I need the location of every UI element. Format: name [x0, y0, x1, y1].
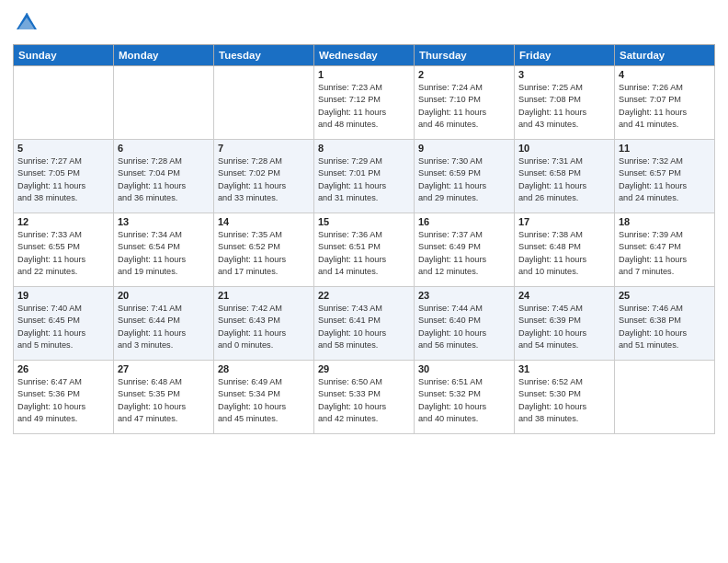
day-number: 24	[518, 290, 610, 301]
day-number: 9	[418, 143, 510, 154]
calendar-cell: 26Sunrise: 6:47 AM Sunset: 5:36 PM Dayli…	[14, 361, 114, 434]
calendar-cell	[214, 66, 314, 140]
day-number: 29	[318, 363, 410, 374]
calendar-cell: 19Sunrise: 7:40 AM Sunset: 6:45 PM Dayli…	[14, 287, 114, 361]
day-info: Sunrise: 7:39 AM Sunset: 6:47 PM Dayligh…	[619, 229, 711, 278]
calendar-cell: 10Sunrise: 7:31 AM Sunset: 6:58 PM Dayli…	[515, 140, 615, 213]
day-number: 8	[318, 143, 410, 154]
day-info: Sunrise: 7:44 AM Sunset: 6:40 PM Dayligh…	[418, 303, 510, 351]
day-info: Sunrise: 7:30 AM Sunset: 6:59 PM Dayligh…	[418, 155, 510, 204]
day-info: Sunrise: 7:45 AM Sunset: 6:39 PM Dayligh…	[518, 303, 610, 351]
calendar-cell: 13Sunrise: 7:34 AM Sunset: 6:54 PM Dayli…	[114, 213, 214, 287]
day-number: 7	[218, 143, 310, 154]
day-info: Sunrise: 7:37 AM Sunset: 6:49 PM Dayligh…	[418, 229, 510, 278]
day-number: 25	[619, 290, 711, 301]
day-number: 30	[418, 363, 510, 374]
day-info: Sunrise: 7:33 AM Sunset: 6:55 PM Dayligh…	[17, 229, 109, 278]
calendar-cell: 4Sunrise: 7:26 AM Sunset: 7:07 PM Daylig…	[615, 66, 715, 140]
day-info: Sunrise: 7:32 AM Sunset: 6:57 PM Dayligh…	[619, 155, 711, 204]
weekday-header-tuesday: Tuesday	[214, 45, 314, 66]
calendar-cell: 29Sunrise: 6:50 AM Sunset: 5:33 PM Dayli…	[314, 361, 415, 434]
weekday-header-row: SundayMondayTuesdayWednesdayThursdayFrid…	[14, 45, 715, 66]
day-info: Sunrise: 6:50 AM Sunset: 5:33 PM Dayligh…	[318, 376, 410, 425]
calendar-cell	[615, 361, 715, 434]
calendar-cell: 25Sunrise: 7:46 AM Sunset: 6:38 PM Dayli…	[615, 287, 715, 361]
day-number: 15	[318, 216, 410, 227]
weekday-header-friday: Friday	[515, 45, 615, 66]
day-number: 23	[418, 290, 510, 301]
day-number: 13	[118, 216, 210, 227]
day-info: Sunrise: 7:23 AM Sunset: 7:12 PM Dayligh…	[318, 82, 410, 131]
calendar-cell: 15Sunrise: 7:36 AM Sunset: 6:51 PM Dayli…	[314, 213, 415, 287]
calendar-cell: 11Sunrise: 7:32 AM Sunset: 6:57 PM Dayli…	[615, 140, 715, 213]
calendar-cell: 20Sunrise: 7:41 AM Sunset: 6:44 PM Dayli…	[114, 287, 214, 361]
calendar-cell: 27Sunrise: 6:48 AM Sunset: 5:35 PM Dayli…	[114, 361, 214, 434]
calendar-week-row: 5Sunrise: 7:27 AM Sunset: 7:05 PM Daylig…	[14, 140, 715, 213]
day-number: 6	[118, 143, 210, 154]
calendar-cell: 7Sunrise: 7:28 AM Sunset: 7:02 PM Daylig…	[214, 140, 314, 213]
calendar-cell: 14Sunrise: 7:35 AM Sunset: 6:52 PM Dayli…	[214, 213, 314, 287]
day-info: Sunrise: 6:48 AM Sunset: 5:35 PM Dayligh…	[118, 376, 210, 425]
day-number: 31	[518, 363, 610, 374]
calendar-cell: 16Sunrise: 7:37 AM Sunset: 6:49 PM Dayli…	[415, 213, 515, 287]
calendar-cell	[14, 66, 114, 140]
day-number: 5	[17, 143, 109, 154]
day-info: Sunrise: 6:47 AM Sunset: 5:36 PM Dayligh…	[17, 376, 109, 425]
day-number: 22	[318, 290, 410, 301]
calendar-week-row: 19Sunrise: 7:40 AM Sunset: 6:45 PM Dayli…	[14, 287, 715, 361]
calendar-cell: 12Sunrise: 7:33 AM Sunset: 6:55 PM Dayli…	[14, 213, 114, 287]
calendar-week-row: 12Sunrise: 7:33 AM Sunset: 6:55 PM Dayli…	[14, 213, 715, 287]
day-info: Sunrise: 7:34 AM Sunset: 6:54 PM Dayligh…	[118, 229, 210, 278]
day-info: Sunrise: 6:49 AM Sunset: 5:34 PM Dayligh…	[218, 376, 310, 425]
day-info: Sunrise: 7:28 AM Sunset: 7:04 PM Dayligh…	[118, 155, 210, 204]
day-info: Sunrise: 6:51 AM Sunset: 5:32 PM Dayligh…	[418, 376, 510, 425]
day-number: 1	[318, 69, 410, 80]
day-number: 20	[118, 290, 210, 301]
calendar-cell: 2Sunrise: 7:24 AM Sunset: 7:10 PM Daylig…	[415, 66, 515, 140]
day-info: Sunrise: 7:36 AM Sunset: 6:51 PM Dayligh…	[318, 229, 410, 278]
day-number: 21	[218, 290, 310, 301]
day-number: 19	[17, 290, 109, 301]
calendar-cell: 9Sunrise: 7:30 AM Sunset: 6:59 PM Daylig…	[415, 140, 515, 213]
day-info: Sunrise: 7:46 AM Sunset: 6:38 PM Dayligh…	[619, 303, 711, 351]
calendar-cell: 23Sunrise: 7:44 AM Sunset: 6:40 PM Dayli…	[415, 287, 515, 361]
calendar-cell: 30Sunrise: 6:51 AM Sunset: 5:32 PM Dayli…	[415, 361, 515, 434]
logo	[13, 9, 44, 37]
day-number: 11	[619, 143, 711, 154]
calendar-cell: 5Sunrise: 7:27 AM Sunset: 7:05 PM Daylig…	[14, 140, 114, 213]
header	[13, 9, 715, 37]
day-number: 12	[17, 216, 109, 227]
day-info: Sunrise: 6:52 AM Sunset: 5:30 PM Dayligh…	[518, 376, 610, 425]
day-info: Sunrise: 7:28 AM Sunset: 7:02 PM Dayligh…	[218, 155, 310, 204]
calendar-cell: 24Sunrise: 7:45 AM Sunset: 6:39 PM Dayli…	[515, 287, 615, 361]
day-number: 28	[218, 363, 310, 374]
day-number: 3	[518, 69, 610, 80]
day-number: 16	[418, 216, 510, 227]
day-info: Sunrise: 7:43 AM Sunset: 6:41 PM Dayligh…	[318, 303, 410, 351]
day-info: Sunrise: 7:29 AM Sunset: 7:01 PM Dayligh…	[318, 155, 410, 204]
weekday-header-saturday: Saturday	[615, 45, 715, 66]
day-number: 18	[619, 216, 711, 227]
weekday-header-thursday: Thursday	[415, 45, 515, 66]
day-info: Sunrise: 7:40 AM Sunset: 6:45 PM Dayligh…	[17, 303, 109, 351]
calendar-cell: 1Sunrise: 7:23 AM Sunset: 7:12 PM Daylig…	[314, 66, 415, 140]
day-info: Sunrise: 7:35 AM Sunset: 6:52 PM Dayligh…	[218, 229, 310, 278]
day-number: 10	[518, 143, 610, 154]
calendar-week-row: 1Sunrise: 7:23 AM Sunset: 7:12 PM Daylig…	[14, 66, 715, 140]
weekday-header-wednesday: Wednesday	[314, 45, 415, 66]
weekday-header-sunday: Sunday	[14, 45, 114, 66]
day-info: Sunrise: 7:26 AM Sunset: 7:07 PM Dayligh…	[619, 82, 711, 131]
calendar-cell: 17Sunrise: 7:38 AM Sunset: 6:48 PM Dayli…	[515, 213, 615, 287]
calendar-cell: 8Sunrise: 7:29 AM Sunset: 7:01 PM Daylig…	[314, 140, 415, 213]
day-info: Sunrise: 7:38 AM Sunset: 6:48 PM Dayligh…	[518, 229, 610, 278]
page: SundayMondayTuesdayWednesdayThursdayFrid…	[0, 0, 728, 563]
day-number: 17	[518, 216, 610, 227]
calendar-cell: 22Sunrise: 7:43 AM Sunset: 6:41 PM Dayli…	[314, 287, 415, 361]
logo-icon	[13, 9, 40, 37]
calendar-table: SundayMondayTuesdayWednesdayThursdayFrid…	[13, 44, 715, 434]
day-info: Sunrise: 7:42 AM Sunset: 6:43 PM Dayligh…	[218, 303, 310, 351]
day-number: 27	[118, 363, 210, 374]
calendar-cell: 3Sunrise: 7:25 AM Sunset: 7:08 PM Daylig…	[515, 66, 615, 140]
calendar-cell: 18Sunrise: 7:39 AM Sunset: 6:47 PM Dayli…	[615, 213, 715, 287]
day-info: Sunrise: 7:24 AM Sunset: 7:10 PM Dayligh…	[418, 82, 510, 131]
